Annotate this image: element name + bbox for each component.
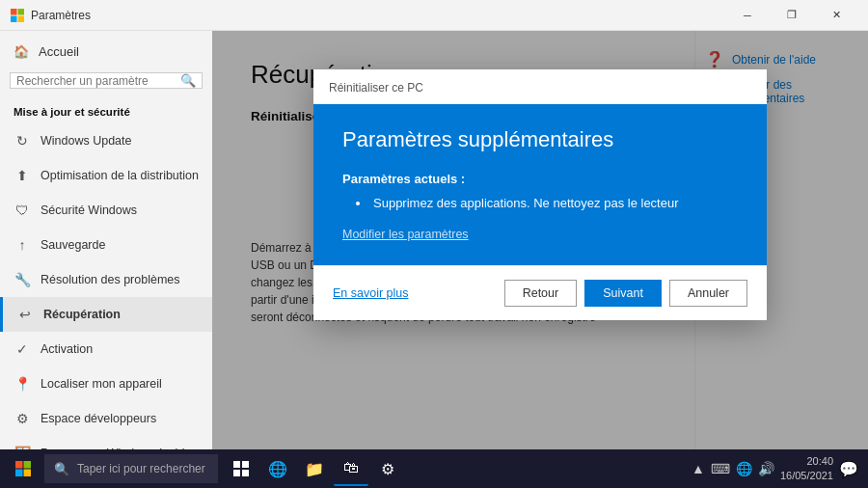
svg-rect-7 xyxy=(24,470,32,477)
sidebar-item-localiser[interactable]: 📍 Localiser mon appareil xyxy=(0,366,212,401)
dialog-blue-title: Paramètres supplémentaires xyxy=(342,127,738,152)
clock-date: 16/05/2021 xyxy=(780,469,833,483)
svg-rect-11 xyxy=(242,470,249,476)
svg-rect-8 xyxy=(233,461,240,468)
taskbar: 🔍 Taper ici pour rechercher 🌐 📁 🛍 ⚙ ▲ ⌨ … xyxy=(0,449,868,488)
sidebar-item-home[interactable]: 🏠 Accueil xyxy=(0,35,212,68)
developer-icon: ⚙ xyxy=(14,410,31,427)
sidebar-item-resolution[interactable]: 🔧 Résolution des problèmes xyxy=(0,262,212,297)
sidebar-item-securite[interactable]: 🛡 Sécurité Windows xyxy=(0,193,212,228)
home-label: Accueil xyxy=(39,44,79,59)
dialog-blue-panel: Paramètres supplémentaires Paramètres ac… xyxy=(313,104,767,265)
search-icon: 🔍 xyxy=(175,73,202,88)
taskbar-app-settings[interactable]: ⚙ xyxy=(370,451,405,486)
svg-rect-5 xyxy=(24,461,32,469)
location-icon: 📍 xyxy=(14,375,31,393)
taskbar-app-edge[interactable]: 🌐 xyxy=(260,451,295,486)
insider-icon: 🪟 xyxy=(14,445,31,449)
sidebar-item-label: Optimisation de la distribution xyxy=(41,169,199,182)
close-button[interactable]: ✕ xyxy=(814,0,858,31)
app-body: 🏠 Accueil 🔍 Mise à jour et sécurité ↻ Wi… xyxy=(0,31,868,449)
svg-rect-3 xyxy=(18,15,25,22)
back-button[interactable]: Retour xyxy=(504,280,578,307)
sidebar-item-sauvegarde[interactable]: ↑ Sauvegarde xyxy=(0,228,212,262)
taskbar-search[interactable]: 🔍 Taper ici pour rechercher xyxy=(44,454,218,483)
svg-rect-9 xyxy=(242,461,249,468)
window-title: Paramètres xyxy=(31,9,725,22)
optimisation-icon: ⬆ xyxy=(14,167,31,184)
taskbar-app-explorer[interactable]: 📁 xyxy=(297,451,332,486)
sidebar-item-developpeurs[interactable]: ⚙ Espace développeurs xyxy=(0,401,212,436)
home-icon: 🏠 xyxy=(14,44,29,59)
taskbar-search-icon: 🔍 xyxy=(54,462,69,476)
next-button[interactable]: Suivant xyxy=(584,280,662,307)
window-controls: ─ ❐ ✕ xyxy=(725,0,858,31)
sidebar-item-label: Sécurité Windows xyxy=(41,203,137,217)
sidebar-item-label: Récupération xyxy=(43,308,121,321)
modify-params-link[interactable]: Modifier les paramètres xyxy=(342,228,469,241)
tray-arrow-icon[interactable]: ▲ xyxy=(692,461,705,476)
recovery-icon: ↩ xyxy=(16,306,34,323)
sidebar: 🏠 Accueil 🔍 Mise à jour et sécurité ↻ Wi… xyxy=(0,31,212,449)
svg-rect-6 xyxy=(15,470,23,477)
restore-button[interactable]: ❐ xyxy=(770,0,814,31)
sidebar-search-box[interactable]: 🔍 xyxy=(10,72,203,89)
sidebar-item-windows-update[interactable]: ↻ Windows Update xyxy=(0,123,212,158)
search-input[interactable] xyxy=(11,74,175,88)
dialog-header: Réinitialiser ce PC xyxy=(313,69,767,104)
taskbar-app-view[interactable] xyxy=(224,451,258,486)
cancel-button[interactable]: Annuler xyxy=(669,280,747,307)
tray-keyboard-icon[interactable]: ⌨ xyxy=(711,461,730,476)
taskbar-clock[interactable]: 20:40 16/05/2021 xyxy=(780,454,833,484)
start-button[interactable] xyxy=(4,449,42,488)
sidebar-item-label: Espace développeurs xyxy=(41,412,156,425)
notification-icon[interactable]: 💬 xyxy=(839,460,858,478)
taskbar-apps: 🌐 📁 🛍 ⚙ xyxy=(224,451,405,486)
sidebar-item-label: Localiser mon appareil xyxy=(41,377,162,391)
clock-time: 20:40 xyxy=(780,454,833,469)
tray-volume-icon[interactable]: 🔊 xyxy=(758,461,774,476)
sidebar-item-label: Windows Update xyxy=(41,134,132,148)
tray-network-icon[interactable]: 🌐 xyxy=(736,461,752,476)
sidebar-item-label: Programme Windows Insider xyxy=(41,447,195,449)
sidebar-item-label: Sauvegarde xyxy=(41,238,105,252)
taskbar-search-text: Taper ici pour rechercher xyxy=(77,462,205,475)
taskbar-tray: ▲ ⌨ 🌐 🔊 20:40 16/05/2021 💬 xyxy=(692,454,864,484)
sidebar-item-label: Résolution des problèmes xyxy=(41,273,180,286)
modal-dialog: Réinitialiser ce PC Paramètres supplémen… xyxy=(313,69,767,320)
sidebar-item-recuperation[interactable]: ↩ Récupération xyxy=(0,297,212,332)
dialog-buttons: Retour Suivant Annuler xyxy=(504,280,747,307)
sidebar-item-insider[interactable]: 🪟 Programme Windows Insider xyxy=(0,436,212,449)
dialog-bullet-item: Supprimez des applications. Ne nettoyez … xyxy=(356,196,738,210)
svg-rect-4 xyxy=(15,461,23,469)
modal-overlay: Réinitialiser ce PC Paramètres supplémen… xyxy=(212,31,868,449)
sidebar-item-activation[interactable]: ✓ Activation xyxy=(0,332,212,366)
sidebar-item-optimisation[interactable]: ⬆ Optimisation de la distribution xyxy=(0,158,212,193)
svg-rect-0 xyxy=(11,9,17,15)
svg-rect-2 xyxy=(11,15,17,22)
dialog-header-title: Réinitialiser ce PC xyxy=(329,81,751,95)
dialog-params-label: Paramètres actuels : xyxy=(342,172,738,186)
dialog-footer: En savoir plus Retour Suivant Annuler xyxy=(313,265,767,320)
sidebar-section-title: Mise à jour et sécurité xyxy=(0,98,212,123)
minimize-button[interactable]: ─ xyxy=(725,0,770,31)
troubleshoot-icon: 🔧 xyxy=(14,271,31,288)
sidebar-item-label: Activation xyxy=(41,342,93,356)
app-icon xyxy=(10,8,25,23)
svg-rect-1 xyxy=(18,9,25,15)
title-bar: Paramètres ─ ❐ ✕ xyxy=(0,0,868,31)
security-icon: 🛡 xyxy=(14,202,31,219)
svg-rect-10 xyxy=(233,470,240,476)
activation-icon: ✓ xyxy=(14,340,31,358)
taskbar-app-store[interactable]: 🛍 xyxy=(334,451,368,486)
backup-icon: ↑ xyxy=(14,236,31,254)
learn-more-link[interactable]: En savoir plus xyxy=(333,286,504,300)
windows-update-icon: ↻ xyxy=(14,132,31,149)
